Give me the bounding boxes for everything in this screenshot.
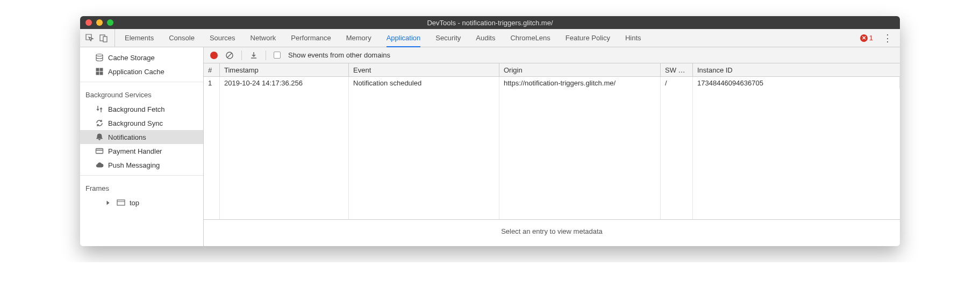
tab-network[interactable]: Network [251,29,276,47]
tab-hints[interactable]: Hints [625,29,641,47]
sidebar-item-label: Background Fetch [108,105,165,113]
sidebar-item-application-cache[interactable]: Application Cache [80,64,203,78]
col-header-origin[interactable]: Origin [499,63,661,76]
cloud-icon [95,161,104,169]
svg-rect-3 [96,68,99,71]
clear-button[interactable] [225,51,234,60]
window-title: DevTools - notification-triggers.glitch.… [80,19,900,27]
tab-elements[interactable]: Elements [125,29,154,47]
content-toolbar: Show events from other domains [204,47,900,63]
sidebar-item-notifications[interactable]: Notifications [80,130,203,144]
tab-audits[interactable]: Audits [476,29,495,47]
maximize-window-button[interactable] [107,19,113,26]
sidebar-item-cache-storage[interactable]: Cache Storage [80,51,203,64]
titlebar: DevTools - notification-triggers.glitch.… [80,16,900,29]
error-icon: ✕ [860,34,868,42]
col-header-timestamp[interactable]: Timestamp [220,63,349,76]
svg-rect-5 [96,72,99,75]
show-other-domains-label: Show events from other domains [288,51,390,59]
svg-rect-7 [96,149,103,154]
svg-point-2 [96,54,103,56]
tab-memory[interactable]: Memory [346,29,371,47]
database-icon [95,53,104,62]
sidebar-item-background-sync[interactable]: Background Sync [80,116,203,130]
sidebar-item-label: Background Sync [108,119,163,127]
sync-icon [95,119,104,127]
tab-chromelens[interactable]: ChromeLens [510,29,550,47]
sidebar-heading-frames: Frames [80,179,203,196]
show-other-domains-checkbox[interactable] [274,52,281,59]
devtools-tabs: ElementsConsoleSourcesNetworkPerformance… [80,29,900,47]
download-button[interactable] [249,51,258,60]
sidebar-item-label: Payment Handler [108,147,162,155]
svg-rect-4 [100,68,103,71]
tab-sources[interactable]: Sources [210,29,235,47]
metadata-hint: Select an entry to view metadata [204,220,900,246]
events-table: # Timestamp Event Origin SW … Instance I… [204,63,900,220]
grid-icon [95,67,104,76]
window-icon [117,198,125,207]
minimize-window-button[interactable] [96,19,103,26]
col-header-sw-scope[interactable]: SW … [661,63,693,76]
disclosure-triangle-icon [107,200,110,205]
tab-console[interactable]: Console [169,29,195,47]
device-toggle-icon[interactable] [99,34,108,42]
sidebar-item-label: Notifications [108,133,146,141]
record-button[interactable] [210,52,218,59]
card-icon [95,147,104,155]
sidebar: Cache StorageApplication Cache Backgroun… [80,47,204,246]
svg-rect-6 [100,72,103,75]
svg-rect-1 [103,37,107,42]
col-header-index[interactable]: # [204,63,220,76]
error-badge[interactable]: ✕ 1 [860,34,873,42]
svg-rect-9 [117,200,125,205]
tab-security[interactable]: Security [435,29,461,47]
sidebar-item-label: Cache Storage [108,54,155,62]
col-header-instance-id[interactable]: Instance ID [693,63,900,76]
svg-line-12 [227,53,232,57]
inspect-icon[interactable] [85,34,94,42]
tab-feature-policy[interactable]: Feature Policy [566,29,610,47]
close-window-button[interactable] [85,19,92,26]
tab-application[interactable]: Application [387,30,421,47]
sidebar-item-background-fetch[interactable]: Background Fetch [80,102,203,116]
more-menu[interactable]: ⋮ [881,32,895,44]
sidebar-item-label: Application Cache [108,68,164,76]
tab-performance[interactable]: Performance [291,29,331,47]
sidebar-item-push-messaging[interactable]: Push Messaging [80,158,203,172]
table-row[interactable]: 1 2019-10-24 14:17:36.256 Notification s… [204,77,900,89]
sidebar-item-payment-handler[interactable]: Payment Handler [80,144,203,158]
sidebar-frame-top[interactable]: top [80,196,203,210]
arrows-icon [95,105,104,113]
col-header-event[interactable]: Event [349,63,499,76]
sidebar-heading-bg-services: Background Services [80,85,203,102]
sidebar-item-label: Push Messaging [108,161,160,169]
bell-icon [95,133,104,141]
